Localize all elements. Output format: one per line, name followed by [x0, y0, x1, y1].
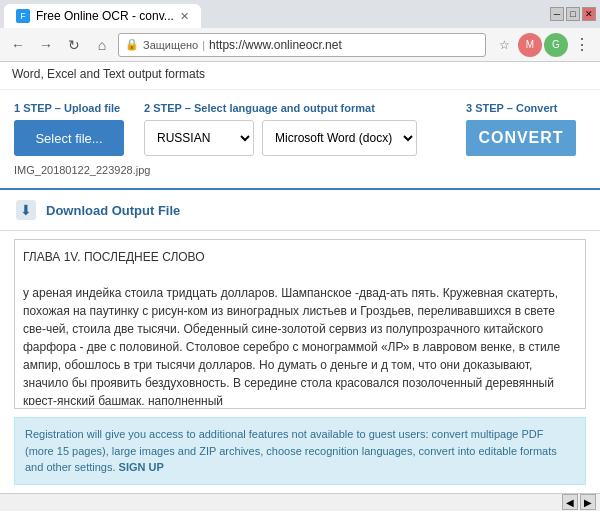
- page-header: Word, Excel and Text output formats: [0, 62, 600, 90]
- download-link[interactable]: Download Output File: [46, 203, 180, 218]
- step-2: 2 STEP – Select language and output form…: [144, 102, 466, 156]
- menu-button[interactable]: ⋮: [570, 33, 594, 57]
- registration-text: Registration will give you access to add…: [25, 428, 557, 473]
- title-bar: F Free Online OCR - conv... ✕ ─ □ ✕: [0, 0, 600, 28]
- svg-text:⬇: ⬇: [20, 202, 32, 218]
- select-file-button[interactable]: Select file...: [14, 120, 124, 156]
- registration-notice: Registration will give you access to add…: [14, 417, 586, 485]
- secure-icon: 🔒: [125, 38, 139, 51]
- scroll-arrows: ◀ ▶: [562, 494, 596, 510]
- step-1: 1 STEP – Upload file Select file... IMG_…: [14, 102, 144, 176]
- bottom-scroll-area: ◀ ▶: [0, 493, 600, 511]
- step-1-label: 1 STEP – Upload file: [14, 102, 144, 114]
- address-actions: ☆: [494, 35, 514, 55]
- address-bar: 🔒 Защищено | https://www.onlineocr.net: [118, 33, 486, 57]
- breadcrumb: Word, Excel and Text output formats: [12, 67, 205, 81]
- back-button[interactable]: ←: [6, 33, 30, 57]
- steps-section: 1 STEP – Upload file Select file... IMG_…: [0, 90, 600, 190]
- close-button[interactable]: ✕: [582, 7, 596, 21]
- step-3: 3 STEP – Convert CONVERT: [466, 102, 586, 156]
- browser-chrome: F Free Online OCR - conv... ✕ ─ □ ✕ ← → …: [0, 0, 600, 62]
- address-url[interactable]: https://www.onlineocr.net: [209, 38, 342, 52]
- uploaded-filename: IMG_20180122_223928.jpg: [14, 162, 144, 176]
- maximize-button[interactable]: □: [566, 7, 580, 21]
- scroll-left-button[interactable]: ◀: [562, 494, 578, 510]
- language-select[interactable]: RUSSIAN: [144, 120, 254, 156]
- tab-close-button[interactable]: ✕: [180, 10, 189, 23]
- minimize-button[interactable]: ─: [550, 7, 564, 21]
- forward-button[interactable]: →: [34, 33, 58, 57]
- signup-link[interactable]: SIGN UP: [119, 461, 164, 473]
- extension-button[interactable]: G: [544, 33, 568, 57]
- output-section: [14, 239, 586, 409]
- secure-label: Защищено: [143, 39, 198, 51]
- navigation-bar: ← → ↻ ⌂ 🔒 Защищено | https://www.onlineo…: [0, 28, 600, 62]
- format-select[interactable]: Microsoft Word (docx): [262, 120, 417, 156]
- download-section: ⬇ Download Output File: [0, 190, 600, 231]
- window-controls: ─ □ ✕: [550, 7, 596, 21]
- download-svg-icon: ⬇: [15, 199, 37, 221]
- page-content: Word, Excel and Text output formats 1 ST…: [0, 62, 600, 516]
- output-textarea[interactable]: [15, 240, 585, 405]
- tab-area: F Free Online OCR - conv... ✕: [4, 0, 201, 28]
- address-separator: |: [202, 39, 205, 51]
- tab-title: Free Online OCR - conv...: [36, 9, 174, 23]
- step-3-label: 3 STEP – Convert: [466, 102, 558, 114]
- bookmark-button[interactable]: ☆: [494, 35, 514, 55]
- language-format-row: RUSSIAN Microsoft Word (docx): [144, 120, 466, 156]
- browser-tab[interactable]: F Free Online OCR - conv... ✕: [4, 4, 201, 28]
- step-2-label: 2 STEP – Select language and output form…: [144, 102, 466, 114]
- download-icon: ⬇: [14, 198, 38, 222]
- profile-button[interactable]: M: [518, 33, 542, 57]
- browser-actions: M G ⋮: [518, 33, 594, 57]
- convert-button[interactable]: CONVERT: [466, 120, 576, 156]
- home-button[interactable]: ⌂: [90, 33, 114, 57]
- scroll-right-button[interactable]: ▶: [580, 494, 596, 510]
- tab-favicon: F: [16, 9, 30, 23]
- reload-button[interactable]: ↻: [62, 33, 86, 57]
